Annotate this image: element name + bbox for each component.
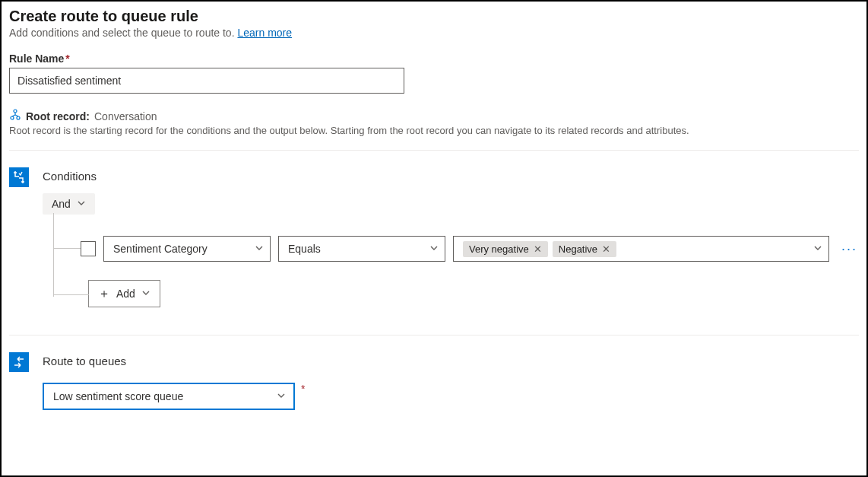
chevron-down-icon: [813, 243, 822, 255]
value-tag-label: Negative: [559, 243, 597, 255]
conditions-title: Conditions: [43, 170, 859, 183]
chevron-down-icon: [277, 390, 286, 402]
more-options-icon[interactable]: ···: [840, 241, 859, 257]
remove-tag-icon[interactable]: ✕: [602, 243, 610, 255]
page-subtitle: Add conditions and select the queue to r…: [9, 27, 859, 39]
queue-selected-value: Low sentiment score queue: [53, 390, 183, 402]
divider: [9, 150, 859, 151]
svg-point-0: [14, 110, 17, 113]
rule-name-input[interactable]: [9, 68, 404, 94]
required-indicator: *: [301, 383, 305, 395]
svg-point-1: [11, 116, 14, 119]
dialog-create-route-rule: Create route to queue rule Add condition…: [0, 0, 868, 477]
conditions-icon: [9, 167, 29, 187]
route-section: Route to queues Low sentiment score queu…: [9, 352, 859, 410]
condition-tree: And Sentiment Category Equals: [43, 193, 859, 307]
value-tag: Negative ✕: [553, 241, 616, 257]
conditions-section: Conditions And Sentiment Category: [9, 167, 859, 307]
root-record-description: Root record is the starting record for t…: [9, 125, 859, 136]
condition-operator-value: Equals: [288, 243, 321, 255]
page-title: Create route to queue rule: [9, 8, 859, 25]
chevron-down-icon: [141, 288, 150, 300]
learn-more-link[interactable]: Learn more: [237, 27, 292, 39]
root-record-label: Root record:: [26, 110, 90, 122]
chevron-down-icon: [429, 243, 439, 255]
chevron-down-icon: [255, 243, 264, 255]
hierarchy-icon: [9, 109, 21, 123]
add-condition-button[interactable]: ＋ Add: [88, 280, 160, 307]
plus-icon: ＋: [98, 286, 110, 302]
tree-connector: [53, 213, 54, 297]
condition-field-dropdown[interactable]: Sentiment Category: [103, 236, 271, 262]
rule-name-label-text: Rule Name: [9, 52, 64, 65]
required-indicator: *: [65, 52, 69, 65]
value-tag: Very negative ✕: [463, 241, 548, 257]
condition-row: Sentiment Category Equals Very ne: [81, 236, 859, 262]
group-operator-label: And: [52, 198, 71, 210]
subtitle-text: Add conditions and select the queue to r…: [9, 27, 237, 39]
queue-select-dropdown[interactable]: Low sentiment score queue: [43, 383, 295, 410]
value-tag-label: Very negative: [469, 243, 529, 255]
rule-name-label: Rule Name*: [9, 52, 859, 65]
condition-values-dropdown[interactable]: Very negative ✕ Negative ✕: [453, 236, 829, 262]
route-title: Route to queues: [43, 355, 859, 367]
add-label: Add: [116, 288, 135, 300]
svg-point-2: [17, 116, 20, 119]
group-operator-dropdown[interactable]: And: [43, 193, 95, 215]
root-record-row: Root record: Conversation: [9, 109, 859, 123]
remove-tag-icon[interactable]: ✕: [534, 243, 542, 255]
condition-operator-dropdown[interactable]: Equals: [278, 236, 445, 262]
divider: [9, 335, 859, 335]
root-record-value: Conversation: [94, 110, 157, 122]
route-icon: [9, 352, 29, 372]
condition-field-value: Sentiment Category: [113, 243, 207, 255]
chevron-down-icon: [77, 198, 86, 210]
condition-checkbox[interactable]: [81, 241, 96, 256]
